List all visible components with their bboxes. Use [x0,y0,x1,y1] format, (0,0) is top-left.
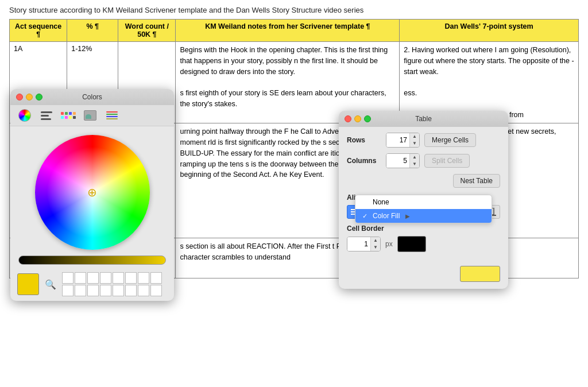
border-color-swatch[interactable] [397,236,426,252]
swatch-2[interactable] [75,272,86,284]
swatch-5[interactable] [113,272,124,284]
colors-toolbar [10,105,174,126]
color-fill-label: Color Fill [373,212,400,220]
image-tab[interactable] [82,109,99,122]
yellow-swatch-row [339,266,508,282]
table-panel-body: Rows ▲ ▼ Merge Cells Columns ▲ ▼ [339,127,508,262]
brightness-row [10,253,174,268]
col-header-act: Act sequence ¶ [10,20,67,42]
document-area: Story structure according to KM Weiland … [0,0,588,387]
dropdown-arrow: ▶ [405,213,410,219]
palette-tab[interactable] [60,109,77,122]
rows-input[interactable] [386,133,409,147]
columns-input-group[interactable]: ▲ ▼ [386,153,420,168]
border-increment[interactable]: ▲ [371,237,380,244]
table-panel: Table Rows ▲ ▼ Merge Cells Columns [339,111,508,289]
swatch-grid [62,272,162,296]
swatch-13[interactable] [113,285,124,296]
col-header-km: KM Weiland notes from her Scrivener temp… [176,20,400,42]
rows-label: Rows [347,136,381,144]
colors-titlebar: Colors [10,89,174,105]
color-wheel-tab[interactable] [16,109,33,122]
border-width-input[interactable] [347,237,370,251]
minimize-button[interactable] [26,94,33,100]
swatch-12[interactable] [100,285,111,296]
swatch-8[interactable] [150,272,162,284]
border-input-group[interactable]: ▲ ▼ [347,237,381,251]
color-wheel[interactable]: ⊕ [35,135,150,250]
cell-border-label: Cell Border [347,225,500,233]
cell-border-controls: ▲ ▼ px [347,236,500,252]
table-traffic-lights [345,115,371,122]
close-button[interactable] [16,94,23,100]
columns-row: Columns ▲ ▼ Split Cells [347,153,500,168]
swatch-16[interactable] [150,285,162,296]
color-wheel-icon [18,109,31,122]
eyedropper-button[interactable]: 🔍 [42,276,59,292]
rows-decrement[interactable]: ▼ [410,140,419,147]
cell-border-section: Cell Border ▲ ▼ px [347,225,500,252]
nest-table-row: Nest Table [347,174,500,188]
color-wheel-container[interactable]: ⊕ [10,126,174,253]
pencils-tab[interactable] [103,109,121,122]
table-minimize-button[interactable] [354,115,361,122]
merge-cells-button[interactable]: Merge Cells [424,133,476,147]
table-panel-title: Table [415,115,432,123]
rows-input-group[interactable]: ▲ ▼ [386,133,420,148]
colors-bottom: 🔍 [10,268,174,301]
sliders-tab[interactable] [38,109,55,122]
colors-panel: Colors [10,89,174,301]
current-color-swatch[interactable] [17,273,39,295]
palette-icon [61,112,76,119]
fill-dropdown-menu[interactable]: None ✓ Color Fill ▶ [355,195,492,223]
none-label: None [373,198,389,206]
maximize-button[interactable] [36,94,42,100]
columns-label: Columns [347,157,381,165]
swatch-15[interactable] [138,285,149,296]
swatch-14[interactable] [125,285,137,296]
col-header-percent: % ¶ [67,20,118,42]
none-option[interactable]: None [355,195,492,209]
swatch-7[interactable] [138,272,149,284]
traffic-lights [16,94,42,100]
table-close-button[interactable] [345,115,351,122]
table-maximize-button[interactable] [364,115,371,122]
yellow-fill-swatch[interactable] [460,266,500,282]
color-fill-checkmark: ✓ [362,212,369,220]
rows-increment[interactable]: ▲ [410,133,419,140]
swatch-4[interactable] [100,272,111,284]
border-stepper: ▲ ▼ [370,237,380,251]
col-header-dan: Dan Wells' 7-point system [400,20,579,42]
columns-decrement[interactable]: ▼ [410,161,419,168]
columns-stepper: ▲ ▼ [409,154,419,168]
sliders-icon [41,111,52,120]
px-label: px [385,240,393,248]
color-crosshair: ⊕ [87,185,97,199]
columns-input[interactable] [386,154,409,168]
columns-increment[interactable]: ▲ [410,154,419,161]
document-title: Story structure according to KM Weiland … [9,6,579,14]
col-header-wordcount: Word count / 50K ¶ [118,20,176,42]
split-cells-button[interactable]: Split Cells [424,154,470,168]
swatch-6[interactable] [125,272,137,284]
nest-table-button[interactable]: Nest Table [453,174,500,188]
swatch-11[interactable] [87,285,99,296]
color-fill-option[interactable]: ✓ Color Fill ▶ [355,209,492,223]
swatch-9[interactable] [62,285,74,296]
colors-panel-title: Colors [82,93,102,101]
border-decrement[interactable]: ▼ [371,244,380,251]
swatch-1[interactable] [62,272,74,284]
image-icon [84,110,96,121]
table-panel-titlebar: Table [339,111,508,127]
brightness-slider[interactable] [18,256,166,265]
rows-row: Rows ▲ ▼ Merge Cells [347,133,500,148]
rows-stepper: ▲ ▼ [409,133,419,147]
swatch-10[interactable] [75,285,86,296]
swatch-3[interactable] [87,272,99,284]
pencils-icon [106,111,118,119]
